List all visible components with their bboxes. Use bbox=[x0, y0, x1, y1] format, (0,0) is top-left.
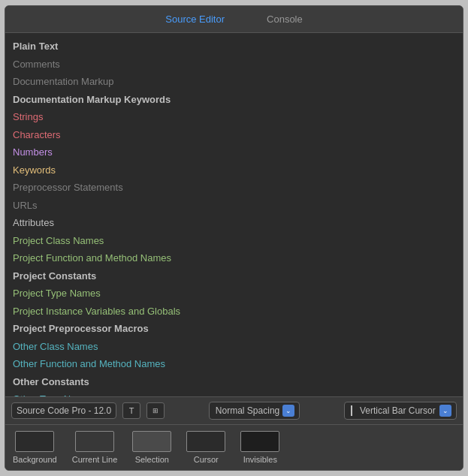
list-item-proj-inst[interactable]: Project Instance Variables and Globals bbox=[5, 303, 463, 321]
spacing-label: Normal Spacing bbox=[216, 405, 279, 416]
font-name-label: Source Code Pro - 12.0 bbox=[17, 405, 111, 416]
list-item-comments[interactable]: Comments bbox=[5, 56, 463, 74]
color-swatches-bar: BackgroundCurrent LineSelectionCursorInv… bbox=[5, 424, 463, 470]
font-selector[interactable]: Source Code Pro - 12.0 bbox=[11, 402, 116, 419]
swatch-cursor[interactable]: Cursor bbox=[186, 431, 225, 464]
list-item-preprocessor[interactable]: Preprocessor Statements bbox=[5, 179, 463, 197]
list-item-other-class[interactable]: Other Class Names bbox=[5, 338, 463, 356]
cursor-arrow-icon: ⌄ bbox=[439, 405, 451, 417]
swatch-label-current-line: Current Line bbox=[72, 455, 118, 464]
grid-button[interactable]: ⊞ bbox=[146, 402, 165, 419]
swatch-box-current-line bbox=[75, 431, 114, 452]
list-item-plain-text[interactable]: Plain Text bbox=[5, 38, 463, 56]
list-item-other-func[interactable]: Other Function and Method Names bbox=[5, 355, 463, 373]
swatch-current-line[interactable]: Current Line bbox=[72, 431, 118, 464]
swatch-invisibles[interactable]: Invisibles bbox=[240, 431, 279, 464]
spacing-dropdown[interactable]: Normal Spacing ⌄ bbox=[209, 402, 300, 420]
list-item-proj-func[interactable]: Project Function and Method Names bbox=[5, 249, 463, 267]
cursor-dropdown[interactable]: Vertical Bar Cursor ⌄ bbox=[344, 402, 457, 420]
swatch-box-background bbox=[15, 431, 54, 452]
font-type-button[interactable]: T bbox=[122, 402, 140, 419]
spacing-arrow-icon: ⌄ bbox=[282, 405, 294, 417]
font-type-icon: T bbox=[129, 406, 134, 415]
list-item-other-type[interactable]: Other Type Names bbox=[5, 390, 463, 396]
list-item-proj-class[interactable]: Project Class Names bbox=[5, 232, 463, 250]
main-window: Source Editor Console Plain TextComments… bbox=[5, 5, 463, 471]
list-item-strings[interactable]: Strings bbox=[5, 108, 463, 126]
syntax-token-list: Plain TextCommentsDocumentation MarkupDo… bbox=[5, 33, 463, 396]
swatch-label-selection: Selection bbox=[135, 455, 169, 464]
tab-console[interactable]: Console bbox=[261, 12, 309, 26]
swatch-box-invisibles bbox=[240, 431, 279, 452]
list-item-doc-markup-kw[interactable]: Documentation Markup Keywords bbox=[5, 91, 463, 109]
swatch-label-invisibles: Invisibles bbox=[243, 455, 277, 464]
list-item-doc-markup[interactable]: Documentation Markup bbox=[5, 73, 463, 91]
list-item-attributes[interactable]: Attributes bbox=[5, 214, 463, 232]
toolbar: Source Code Pro - 12.0 T ⊞ Normal Spacin… bbox=[5, 396, 463, 424]
list-item-other-const[interactable]: Other Constants bbox=[5, 373, 463, 391]
list-item-proj-pre[interactable]: Project Preprocessor Macros bbox=[5, 320, 463, 338]
list-item-keywords[interactable]: Keywords bbox=[5, 161, 463, 179]
grid-icon: ⊞ bbox=[152, 407, 159, 414]
vertical-bar-icon bbox=[351, 405, 352, 416]
list-item-urls[interactable]: URLs bbox=[5, 197, 463, 215]
swatch-selection[interactable]: Selection bbox=[132, 431, 171, 464]
swatch-label-cursor: Cursor bbox=[194, 455, 219, 464]
cursor-label: Vertical Bar Cursor bbox=[360, 405, 436, 416]
list-item-numbers[interactable]: Numbers bbox=[5, 143, 463, 161]
swatch-box-cursor bbox=[186, 431, 225, 452]
tab-bar: Source Editor Console bbox=[5, 6, 463, 33]
swatch-label-background: Background bbox=[13, 455, 57, 464]
list-item-proj-type[interactable]: Project Type Names bbox=[5, 285, 463, 303]
swatch-background[interactable]: Background bbox=[13, 431, 57, 464]
list-item-characters[interactable]: Characters bbox=[5, 126, 463, 144]
swatch-box-selection bbox=[132, 431, 171, 452]
list-item-proj-const[interactable]: Project Constants bbox=[5, 267, 463, 285]
tab-source-editor[interactable]: Source Editor bbox=[159, 12, 231, 26]
